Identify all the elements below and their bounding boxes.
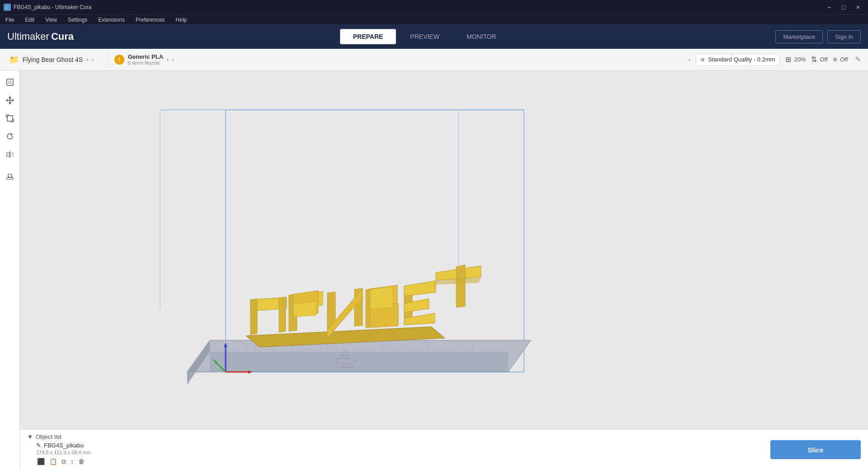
object-name-row[interactable]: ✎ FBG4S_pikabu bbox=[36, 442, 861, 449]
viewport[interactable]: FLYING BEAR bbox=[20, 70, 868, 470]
infill-section: ⊞ 20% bbox=[785, 55, 806, 64]
svg-marker-47 bbox=[224, 343, 227, 347]
svg-marker-15 bbox=[187, 340, 210, 385]
svg-marker-27 bbox=[293, 291, 318, 315]
svg-marker-20 bbox=[246, 327, 445, 347]
menu-file[interactable]: File bbox=[4, 16, 16, 24]
svg-marker-51 bbox=[213, 359, 217, 364]
nav-tabs: PREPARE PREVIEW MONITOR bbox=[340, 29, 509, 44]
svg-marker-16 bbox=[210, 352, 508, 372]
svg-marker-26 bbox=[289, 294, 297, 331]
tool-rotate[interactable] bbox=[2, 128, 18, 145]
tool-move[interactable] bbox=[2, 92, 18, 108]
object-list-label: Object list bbox=[36, 433, 61, 440]
quality-selector[interactable]: ≡ Standard Quality - 0.2mm bbox=[696, 54, 780, 66]
main-area: FLYING BEAR bbox=[0, 70, 868, 470]
bottom-panel: ▼ Object list ✎ FBG4S_pikabu 174.5 x 111… bbox=[20, 429, 868, 470]
chevron-right-icon: › bbox=[92, 56, 94, 63]
tab-prepare[interactable]: PREPARE bbox=[340, 29, 396, 44]
svg-marker-17 bbox=[187, 340, 531, 372]
menu-edit[interactable]: Edit bbox=[23, 16, 36, 24]
printer-name: Flying Bear Ghost 4S bbox=[23, 56, 83, 63]
slice-button[interactable]: Slice bbox=[770, 440, 861, 459]
window-title: FBG4S_pikabu - Ultimaker Cura bbox=[14, 4, 91, 10]
material-section[interactable]: ! Generic PLA 0.4mm Nozzle ‹ › bbox=[108, 52, 179, 67]
svg-text:FLYING BEAR: FLYING BEAR bbox=[336, 366, 354, 368]
object-filename: FBG4S_pikabu bbox=[44, 442, 84, 449]
tool-scale[interactable] bbox=[2, 110, 18, 127]
object-details: ✎ FBG4S_pikabu 174.5 x 111.3 x 28.4 mm ⬛… bbox=[27, 442, 861, 466]
object-delete-icon[interactable]: 🗑 bbox=[77, 457, 85, 466]
tab-preview[interactable]: PREVIEW bbox=[397, 29, 453, 44]
minimize-button[interactable]: − bbox=[823, 1, 835, 14]
menu-settings[interactable]: Settings bbox=[66, 16, 89, 24]
svg-marker-31 bbox=[327, 288, 363, 338]
material-name: Generic PLA bbox=[128, 53, 163, 60]
tab-monitor[interactable]: MONITOR bbox=[453, 29, 509, 44]
material-nozzle: 0.4mm Nozzle bbox=[128, 60, 163, 66]
quality-icon: ≡ bbox=[701, 56, 704, 63]
svg-marker-49 bbox=[248, 370, 253, 374]
marketplace-button[interactable]: Marketplace bbox=[775, 30, 823, 43]
svg-point-18 bbox=[336, 358, 355, 364]
material-chevron-left: ‹ bbox=[167, 56, 169, 63]
support-icon: ⇅ bbox=[811, 55, 817, 64]
material-chevron-right: › bbox=[172, 56, 174, 63]
svg-marker-12 bbox=[187, 340, 531, 372]
svg-marker-36 bbox=[404, 285, 412, 325]
svg-marker-41 bbox=[456, 265, 465, 307]
menu-preferences[interactable]: Preferences bbox=[134, 16, 167, 24]
adhesion-section: ≡ Off bbox=[833, 56, 848, 64]
settings-edit-icon[interactable]: ✎ bbox=[853, 53, 863, 66]
svg-marker-24 bbox=[250, 299, 257, 335]
svg-marker-35 bbox=[370, 286, 393, 309]
signin-button[interactable]: Sign in bbox=[827, 30, 861, 43]
svg-marker-42 bbox=[434, 277, 481, 285]
svg-marker-22 bbox=[250, 299, 257, 335]
logo: Ultimaker Cura bbox=[7, 31, 74, 42]
svg-marker-40 bbox=[436, 266, 481, 280]
svg-line-50 bbox=[214, 361, 226, 372]
svg-rect-2 bbox=[7, 178, 13, 179]
header: Ultimaker Cura PREPARE PREVIEW MONITOR M… bbox=[0, 24, 868, 49]
app-icon: C bbox=[4, 4, 11, 11]
right-toolbar: ‹ ≡ Standard Quality - 0.2mm ⊞ 20% ⇅ Off… bbox=[689, 53, 863, 66]
close-button[interactable]: × bbox=[852, 1, 864, 14]
menu-help[interactable]: Help bbox=[174, 16, 189, 24]
material-info: Generic PLA 0.4mm Nozzle bbox=[128, 53, 163, 66]
svg-marker-21 bbox=[250, 297, 287, 311]
object-move-icon[interactable]: ↕ bbox=[70, 457, 75, 466]
infill-label: 20% bbox=[794, 56, 806, 63]
object-duplicate-icon[interactable]: ⧉ bbox=[61, 457, 67, 466]
svg-marker-39 bbox=[404, 313, 435, 325]
svg-marker-30 bbox=[354, 288, 363, 326]
menu-extensions[interactable]: Extensions bbox=[96, 16, 127, 24]
restore-button[interactable]: □ bbox=[837, 1, 850, 14]
menu-bar: File Edit View Settings Extensions Prefe… bbox=[0, 14, 868, 24]
object-dimensions: 174.5 x 111.3 x 28.4 mm bbox=[36, 450, 861, 455]
title-bar: C FBG4S_pikabu - Ultimaker Cura − □ × bbox=[0, 0, 868, 14]
printer-selector[interactable]: 📁 Flying Bear Ghost 4S ‹ › bbox=[5, 53, 105, 66]
header-right: Marketplace Sign in bbox=[775, 30, 861, 43]
adhesion-label: Off bbox=[840, 56, 848, 63]
object-copy-icon[interactable]: 📋 bbox=[48, 457, 58, 466]
svg-marker-32 bbox=[366, 288, 374, 328]
secondary-bar: 📁 Flying Bear Ghost 4S ‹ › ! Generic PLA… bbox=[0, 49, 868, 70]
support-section: ⇅ Off bbox=[811, 55, 827, 64]
tool-mirror[interactable] bbox=[2, 146, 18, 163]
svg-marker-33 bbox=[370, 285, 397, 308]
quality-label: Standard Quality - 0.2mm bbox=[708, 56, 775, 63]
svg-marker-23 bbox=[279, 297, 286, 332]
tool-select[interactable] bbox=[2, 74, 18, 90]
left-toolbar bbox=[0, 70, 20, 470]
svg-marker-29 bbox=[327, 292, 335, 330]
object-cube-icon[interactable]: ⬛ bbox=[36, 457, 46, 466]
object-list-header[interactable]: ▼ Object list bbox=[27, 433, 861, 440]
infill-icon: ⊞ bbox=[785, 55, 791, 64]
support-label: Off bbox=[820, 56, 827, 63]
menu-view[interactable]: View bbox=[43, 16, 59, 24]
svg-marker-34 bbox=[370, 303, 398, 328]
logo-cura: Cura bbox=[51, 31, 74, 42]
tool-support[interactable] bbox=[2, 168, 18, 184]
svg-marker-37 bbox=[404, 281, 436, 296]
